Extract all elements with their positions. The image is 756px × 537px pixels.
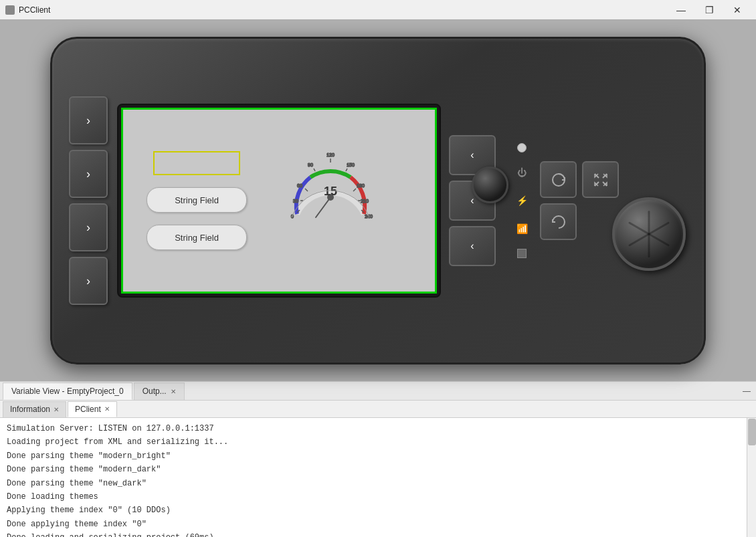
usb-icon: ⚡ (514, 193, 530, 209)
bottom-panel: Variable View - EmptyProject_0 Outp... ✕… (0, 381, 756, 537)
screen-left-panel: String Field String Field (136, 151, 257, 250)
small-knob[interactable] (472, 167, 508, 203)
outer-tab-variable-view[interactable]: Variable View - EmptyProject_0 (3, 383, 132, 400)
title-bar: PCClient — ❐ ✕ (0, 0, 756, 20)
string-field-2[interactable]: String Field (147, 225, 247, 250)
log-line: Done loading and serializing project (69… (7, 531, 749, 537)
screen-content: String Field String Field (123, 110, 435, 292)
maximize-window-button[interactable]: ❐ (696, 0, 723, 20)
svg-line-6 (353, 189, 356, 191)
log-wrapper: Simulation Server: LISTEN on 127.0.0.1:1… (0, 418, 756, 537)
svg-line-14 (346, 169, 347, 171)
svg-text:60: 60 (297, 183, 302, 188)
device-area: › › › › String Field String Field (0, 20, 756, 381)
status-light (517, 143, 527, 152)
close-window-button[interactable]: ✕ (724, 0, 751, 20)
outer-tab-bar: Variable View - EmptyProject_0 Outp... ✕… (0, 382, 756, 401)
left-nav-btn-1[interactable]: › (69, 96, 108, 144)
screen-container: String Field String Field (117, 104, 441, 298)
log-line: Done parsing theme "modern_dark" (7, 463, 749, 476)
svg-text:180: 180 (357, 183, 365, 188)
svg-text:150: 150 (347, 163, 355, 167)
refresh-action-button[interactable] (540, 203, 577, 240)
panel-minimize-button[interactable]: — (740, 385, 753, 398)
log-line: Applying theme index "0" (10 DDOs) (7, 504, 749, 517)
log-line: Done applying theme index "0" (7, 518, 749, 531)
left-nav-btn-4[interactable]: › (69, 257, 108, 305)
speedometer-gauge: 0 60 120 180 (277, 140, 384, 247)
gauge-container: 0 60 120 180 (277, 140, 384, 247)
title-bar-left: PCClient (5, 5, 50, 15)
inner-tab-information-close[interactable]: ✕ (54, 406, 59, 413)
hardware-device: › › › › String Field String Field (50, 37, 706, 364)
left-nav-buttons: › › › › (69, 96, 109, 305)
vertical-scrollbar[interactable] (747, 418, 756, 537)
expand-action-button[interactable] (582, 161, 619, 198)
app-icon (5, 5, 15, 15)
svg-line-18 (316, 197, 330, 217)
log-line: Simulation Server: LISTEN on 127.0.0.1:1… (7, 422, 749, 435)
log-line: Loading project from XML and serializing… (7, 435, 749, 449)
log-line: Done parsing theme "new_dark" (7, 477, 749, 490)
svg-line-2 (305, 189, 308, 191)
svg-text:210: 210 (361, 199, 369, 203)
scrollbar-thumb[interactable] (748, 419, 756, 445)
gauge-value: 15 (324, 185, 337, 198)
inner-tab-pclient[interactable]: PClient ✕ (68, 401, 117, 417)
yellow-input-box[interactable] (153, 151, 240, 175)
right-nav-btn-3[interactable]: ‹ (449, 226, 496, 266)
log-line: Done parsing theme "modern_bright" (7, 449, 749, 463)
window-title: PCClient (19, 5, 50, 15)
square-indicator (517, 249, 527, 258)
left-nav-btn-3[interactable]: › (69, 203, 108, 251)
outer-tab-output[interactable]: Outp... ✕ (134, 383, 185, 400)
inner-tab-pclient-close[interactable]: ✕ (104, 405, 110, 413)
svg-line-12 (314, 169, 315, 171)
inner-tab-bar: Information ✕ PClient ✕ (0, 401, 756, 418)
svg-text:90: 90 (308, 163, 313, 167)
title-bar-controls: — ❐ ✕ (668, 0, 751, 20)
main-content: › › › › String Field String Field (0, 20, 756, 537)
large-rotary-knob[interactable] (612, 197, 686, 271)
string-field-1[interactable]: String Field (147, 187, 247, 213)
device-screen: String Field String Field (121, 108, 437, 294)
log-output-area[interactable]: Simulation Server: LISTEN on 127.0.0.1:1… (0, 418, 756, 537)
left-nav-btn-2[interactable]: › (69, 150, 108, 198)
log-line: Done loading themes (7, 490, 749, 504)
svg-text:30: 30 (293, 199, 298, 203)
outer-tab-output-close[interactable]: ✕ (171, 388, 176, 395)
minimize-window-button[interactable]: — (668, 0, 694, 20)
rotate-action-button[interactable] (540, 161, 577, 198)
wifi-icon: 📶 (514, 221, 530, 237)
inner-tab-information[interactable]: Information ✕ (3, 401, 66, 417)
power-icon: ⏻ (514, 165, 530, 181)
svg-text:120: 120 (326, 152, 335, 157)
